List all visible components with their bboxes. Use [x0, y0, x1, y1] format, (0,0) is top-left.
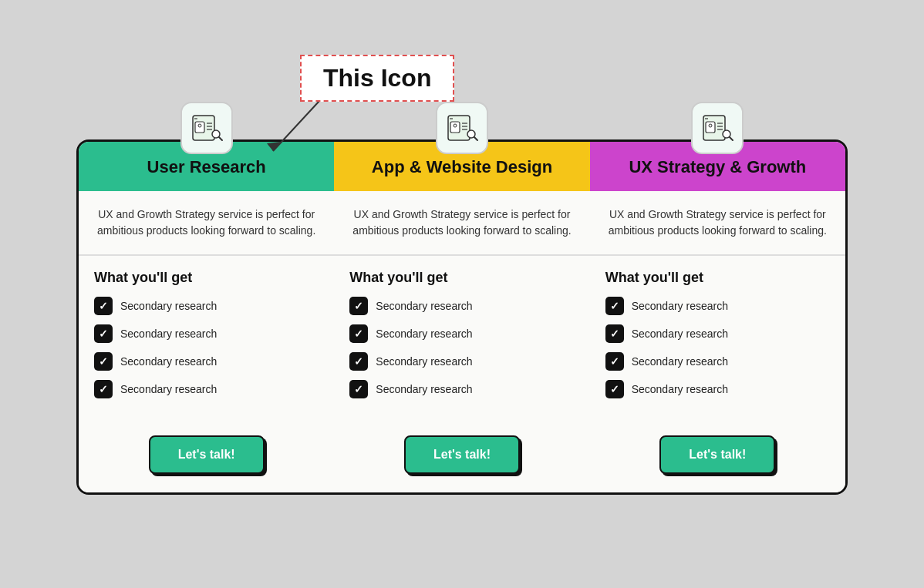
- card-title-user-research: User Research: [147, 157, 266, 176]
- svg-marker-1: [267, 142, 281, 151]
- check-icon: [605, 380, 624, 398]
- feature-label: Secondary research: [376, 328, 472, 340]
- check-icon: [605, 324, 624, 343]
- list-item: Secondary research: [94, 380, 319, 398]
- feature-label: Secondary research: [120, 300, 217, 312]
- card-ux-strategy: UX Strategy & Growth UX and Growth Strat…: [590, 142, 845, 492]
- card-description-user-research: UX and Growth Strategy service is perfec…: [79, 191, 334, 256]
- feature-label: Secondary research: [376, 355, 472, 368]
- card-wrapper-app-design: App & Website Design UX and Growth Strat…: [334, 142, 589, 492]
- card-features-ux-strategy: What you'll get Secondary research Secon…: [590, 256, 845, 422]
- check-icon: [349, 324, 368, 343]
- feature-label: Secondary research: [120, 328, 217, 340]
- svg-line-27: [730, 137, 733, 140]
- cta-button-ux-strategy[interactable]: Let's talk!: [659, 435, 775, 474]
- svg-line-0: [273, 101, 319, 151]
- list-item: Secondary research: [94, 324, 319, 343]
- card-footer-user-research: Let's talk!: [79, 422, 334, 492]
- list-item: Secondary research: [349, 352, 574, 371]
- cta-button-user-research[interactable]: Let's talk!: [149, 435, 265, 474]
- card-app-design: App & Website Design UX and Growth Strat…: [334, 142, 589, 492]
- card-icon-user-research: [180, 102, 233, 154]
- features-title-user-research: What you'll get: [94, 270, 319, 286]
- card-features-user-research: What you'll get Secondary research Secon…: [79, 256, 334, 422]
- card-icon-ux-strategy: [691, 102, 744, 154]
- card-title-app-design: App & Website Design: [372, 157, 552, 176]
- features-title-app-design: What you'll get: [349, 270, 574, 286]
- annotation-title: This Icon: [323, 64, 431, 92]
- feature-label: Secondary research: [632, 355, 728, 368]
- feature-label: Secondary research: [632, 300, 728, 312]
- list-item: Secondary research: [605, 297, 830, 315]
- card-description-ux-strategy: UX and Growth Strategy service is perfec…: [590, 191, 845, 256]
- feature-label: Secondary research: [120, 383, 217, 395]
- check-icon: [605, 352, 624, 371]
- check-icon: [349, 352, 368, 371]
- list-item: Secondary research: [605, 380, 830, 398]
- list-item: Secondary research: [605, 324, 830, 343]
- card-description-app-design: UX and Growth Strategy service is perfec…: [334, 191, 589, 256]
- feature-label: Secondary research: [376, 383, 472, 395]
- feature-label: Secondary research: [120, 355, 217, 368]
- cta-button-app-design[interactable]: Let's talk!: [404, 435, 520, 474]
- list-item: Secondary research: [605, 352, 830, 371]
- card-icon-app-design: [436, 102, 488, 154]
- card-wrapper-user-research: User Research UX and Growth Strategy ser…: [79, 142, 334, 492]
- list-item: Secondary research: [94, 352, 319, 371]
- svg-line-18: [474, 137, 477, 140]
- feature-label: Secondary research: [376, 300, 472, 312]
- annotation-box: This Icon: [300, 55, 454, 102]
- check-icon: [349, 380, 368, 398]
- svg-line-9: [219, 137, 222, 140]
- check-icon: [94, 324, 113, 343]
- check-icon: [94, 297, 113, 315]
- features-title-ux-strategy: What you'll get: [605, 270, 830, 286]
- feature-label: Secondary research: [632, 383, 728, 395]
- list-item: Secondary research: [94, 297, 319, 315]
- check-icon: [349, 297, 368, 315]
- check-icon: [94, 380, 113, 398]
- feature-label: Secondary research: [632, 328, 728, 340]
- card-features-app-design: What you'll get Secondary research Secon…: [334, 256, 589, 422]
- cards-container: User Research UX and Growth Strategy ser…: [76, 139, 848, 495]
- page-wrapper: This Icon: [76, 139, 848, 495]
- list-item: Secondary research: [349, 297, 574, 315]
- card-footer-app-design: Let's talk!: [334, 422, 589, 492]
- annotation-arrow: [258, 97, 335, 159]
- check-icon: [605, 297, 624, 315]
- list-item: Secondary research: [349, 380, 574, 398]
- card-user-research: User Research UX and Growth Strategy ser…: [79, 142, 334, 492]
- card-title-ux-strategy: UX Strategy & Growth: [629, 157, 806, 176]
- check-icon: [94, 352, 113, 371]
- card-footer-ux-strategy: Let's talk!: [590, 422, 845, 492]
- list-item: Secondary research: [349, 324, 574, 343]
- card-wrapper-ux-strategy: UX Strategy & Growth UX and Growth Strat…: [590, 142, 845, 492]
